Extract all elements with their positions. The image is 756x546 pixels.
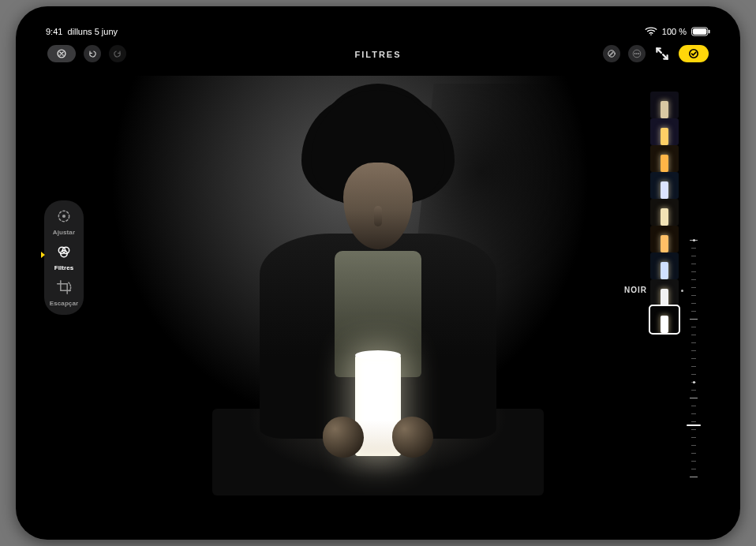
slider-tick (691, 342, 696, 343)
filter-thumb-vivid-warm[interactable] (650, 145, 679, 172)
thumb-candle (661, 208, 668, 226)
status-time: 9:41 (46, 27, 62, 36)
svg-rect-3 (709, 30, 710, 34)
cancel-button[interactable] (47, 45, 76, 62)
mode-adjust-button[interactable]: Ajustar (47, 208, 80, 236)
thumb-mini (650, 306, 679, 333)
thumb-mini (650, 92, 679, 118)
slider-tick (691, 445, 696, 446)
mode-crop-button[interactable]: Escapçar (47, 279, 80, 307)
filters-icon (56, 244, 72, 263)
status-battery-text: 100 % (662, 27, 687, 36)
slider-tick (690, 319, 698, 320)
crop-icon (56, 279, 72, 298)
slider-tick (691, 421, 696, 422)
status-bar: 9:41 dilluns 5 juny 100 % (28, 24, 728, 39)
more-button[interactable] (628, 45, 646, 62)
slider-tick (691, 271, 696, 272)
svg-point-0 (650, 34, 652, 36)
filter-tick-dots (681, 290, 683, 292)
slider-tick (691, 287, 696, 288)
filter-thumb-vivid[interactable] (650, 118, 679, 145)
slider-tick (690, 477, 698, 477)
filter-thumb-mono[interactable] (650, 279, 679, 306)
filter-thumb-dramatic[interactable] (650, 199, 679, 226)
thumb-candle (661, 289, 668, 306)
slider-tick (691, 366, 696, 367)
slider-tick (691, 429, 696, 430)
thumb-candle (661, 316, 668, 333)
filter-thumb-original[interactable] (650, 92, 679, 118)
slider-tick (691, 327, 696, 327)
page-title: FILTRES (354, 50, 401, 59)
subject-nose (374, 206, 382, 226)
filter-thumb-dramatic-warm[interactable] (650, 226, 679, 252)
thumb-mini (650, 172, 679, 199)
ipad-frame: 9:41 dilluns 5 juny 100 % (16, 6, 740, 540)
wifi-icon (645, 27, 657, 36)
screen: 9:41 dilluns 5 juny 100 % (28, 19, 728, 527)
thumb-candle (661, 235, 668, 252)
mode-label: Filtres (54, 264, 74, 271)
slider-tick (691, 453, 696, 454)
filter-thumb-noir[interactable] (650, 306, 679, 333)
thumb-mini (650, 118, 679, 145)
thumb-candle (661, 101, 668, 118)
hand-left (323, 417, 364, 458)
top-toolbar: FILTRES (28, 43, 728, 65)
markup-button[interactable] (603, 45, 620, 62)
mode-filters-button[interactable]: Filtres (47, 244, 80, 271)
mode-label: Escapçar (50, 300, 78, 307)
slider-tick (691, 350, 696, 351)
thumb-candle (661, 262, 668, 279)
done-button[interactable] (679, 45, 709, 62)
svg-point-12 (62, 215, 65, 218)
undo-button[interactable] (84, 45, 101, 62)
slider-tick (690, 398, 698, 398)
slider-tick (691, 437, 696, 438)
slider-tick (691, 256, 696, 256)
slider-dot (693, 381, 695, 383)
thumb-candle (661, 128, 668, 145)
thumb-mini (650, 279, 679, 306)
fullscreen-button[interactable] (653, 45, 671, 62)
filter-thumb-dramatic-cool[interactable] (650, 252, 679, 279)
slider-tick (691, 406, 696, 406)
hand-right (392, 417, 433, 458)
thumb-candle (661, 155, 668, 172)
mode-label: Ajustar (53, 229, 75, 236)
svg-point-8 (636, 53, 637, 54)
redo-button[interactable] (109, 45, 126, 62)
slider-tick (691, 279, 696, 280)
slider-knob[interactable] (687, 424, 701, 426)
thumb-candle (661, 181, 668, 199)
selected-filter-label: NOIR (624, 286, 647, 294)
thumb-mini (650, 252, 679, 279)
filter-thumb-vivid-cool[interactable] (650, 172, 679, 199)
slider-tick (691, 461, 696, 462)
slider-tick (691, 390, 696, 391)
slider-tick (691, 295, 696, 296)
svg-point-7 (634, 53, 635, 54)
intensity-slider[interactable] (687, 240, 701, 477)
status-date: dilluns 5 juny (67, 27, 118, 36)
slider-tick (691, 311, 696, 312)
slider-dot (693, 239, 695, 241)
slider-tick (691, 335, 696, 335)
filter-thumbnails (650, 92, 679, 333)
slider-tick (691, 358, 696, 359)
subject-hands (323, 417, 433, 464)
slider-tick (691, 248, 696, 249)
svg-point-9 (638, 53, 639, 54)
thumb-mini (650, 226, 679, 252)
thumb-mini (650, 199, 679, 226)
slider-tick (691, 303, 696, 304)
adjust-icon (56, 208, 72, 227)
battery-icon (691, 27, 710, 36)
thumb-mini (650, 145, 679, 172)
photo-preview[interactable] (99, 76, 657, 496)
slider-tick (691, 264, 696, 264)
mode-palette: AjustarFiltresEscapçar (44, 200, 84, 315)
slider-tick (691, 374, 696, 375)
slider-tick (691, 469, 696, 469)
